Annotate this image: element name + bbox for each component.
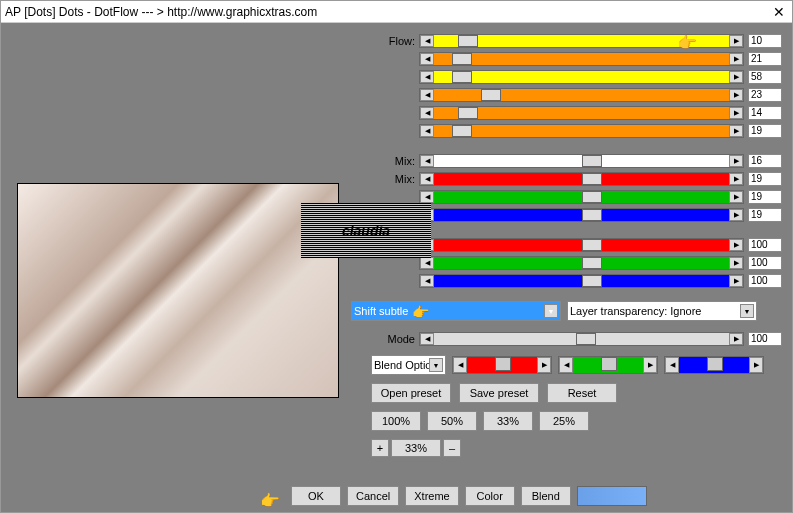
arrow-right-icon[interactable]: ▶: [729, 333, 743, 345]
pct-33-button[interactable]: 33%: [483, 411, 533, 431]
plus-button[interactable]: +: [371, 439, 389, 457]
mode-label: Mode: [371, 333, 419, 345]
arrow-right-icon[interactable]: ▶: [643, 357, 657, 373]
arrow-right-icon[interactable]: ▶: [729, 173, 743, 185]
preview-image: [17, 183, 339, 398]
factor-0-value[interactable]: 100: [748, 238, 782, 252]
arrow-left-icon[interactable]: ◀: [420, 107, 434, 119]
flow-1-slider[interactable]: ◀ ▶: [419, 52, 744, 66]
arrow-right-icon[interactable]: ▶: [749, 357, 763, 373]
factor-2-slider[interactable]: ◀ ▶: [419, 274, 744, 288]
mix-3-slider[interactable]: ◀ ▶: [419, 208, 744, 222]
preset-row: Open preset Save preset Reset: [371, 383, 782, 403]
mix-3-value[interactable]: 19: [748, 208, 782, 222]
flow-0-row: Flow: ◀ ▶ 👉 10: [371, 33, 782, 49]
arrow-right-icon[interactable]: ▶: [729, 35, 743, 47]
arrow-left-icon[interactable]: ◀: [453, 357, 467, 373]
arrow-left-icon[interactable]: ◀: [420, 275, 434, 287]
arrow-right-icon[interactable]: ▶: [729, 209, 743, 221]
mix-2-slider[interactable]: ◀ ▶: [419, 190, 744, 204]
factor-0-row: Factor: ◀ ▶ 100: [371, 237, 782, 253]
arrow-right-icon[interactable]: ▶: [729, 125, 743, 137]
flow-4-value[interactable]: 14: [748, 106, 782, 120]
factor-2-value[interactable]: 100: [748, 274, 782, 288]
flow-0-slider[interactable]: ◀ ▶ 👉: [419, 34, 744, 48]
bottom-button-row: OK Cancel Xtreme Color Blend: [291, 486, 647, 506]
flow-1-row: ◀ ▶ 21: [371, 51, 782, 67]
stepper-row: + 33% –: [371, 439, 782, 457]
close-icon[interactable]: ✕: [770, 4, 788, 20]
arrow-right-icon[interactable]: ▶: [729, 53, 743, 65]
blend-option-select[interactable]: Blend Optio ▼: [371, 355, 446, 375]
transparency-select[interactable]: Layer transparency: Ignore ▼: [567, 301, 757, 321]
arrow-right-icon[interactable]: ▶: [729, 89, 743, 101]
pct-100-button[interactable]: 100%: [371, 411, 421, 431]
arrow-right-icon[interactable]: ▶: [729, 191, 743, 203]
pct-50-button[interactable]: 50%: [427, 411, 477, 431]
arrow-left-icon[interactable]: ◀: [420, 257, 434, 269]
flow-0-value[interactable]: 10: [748, 34, 782, 48]
arrow-right-icon[interactable]: ▶: [729, 71, 743, 83]
color-button[interactable]: Color: [465, 486, 515, 506]
arrow-left-icon[interactable]: ◀: [420, 155, 434, 167]
mix-0-value[interactable]: 16: [748, 154, 782, 168]
blend-red-slider[interactable]: ◀ ▶: [452, 356, 552, 374]
chevron-down-icon[interactable]: ▼: [544, 304, 558, 318]
mode-value[interactable]: 100: [748, 332, 782, 346]
flow-5-slider[interactable]: ◀ ▶: [419, 124, 744, 138]
factor-0-slider[interactable]: ◀ ▶: [419, 238, 744, 252]
arrow-right-icon[interactable]: ▶: [729, 155, 743, 167]
flow-3-value[interactable]: 23: [748, 88, 782, 102]
arrow-right-icon[interactable]: ▶: [729, 275, 743, 287]
window-title: AP [Dots] Dots - DotFlow --- > http://ww…: [5, 5, 770, 19]
flow-3-slider[interactable]: ◀ ▶: [419, 88, 744, 102]
mode-slider[interactable]: ◀ ▶: [419, 332, 744, 346]
chevron-down-icon[interactable]: ▼: [740, 304, 754, 318]
arrow-left-icon[interactable]: ◀: [420, 191, 434, 203]
flow-5-value[interactable]: 19: [748, 124, 782, 138]
factor-1-value[interactable]: 100: [748, 256, 782, 270]
save-preset-button[interactable]: Save preset: [459, 383, 539, 403]
arrow-right-icon[interactable]: ▶: [729, 107, 743, 119]
arrow-left-icon[interactable]: ◀: [420, 173, 434, 185]
mix-0-slider[interactable]: ◀ ▶: [419, 154, 744, 168]
dropdown-row: Shift subtle 👉 ▼ Layer transparency: Ign…: [351, 301, 782, 321]
arrow-right-icon[interactable]: ▶: [729, 257, 743, 269]
color-swatch[interactable]: [577, 486, 647, 506]
factor-1-row: ◀ ▶ 100: [371, 255, 782, 271]
xtreme-button[interactable]: Xtreme: [405, 486, 458, 506]
cancel-button[interactable]: Cancel: [347, 486, 399, 506]
chevron-down-icon[interactable]: ▼: [429, 358, 443, 372]
arrow-left-icon[interactable]: ◀: [420, 71, 434, 83]
arrow-left-icon[interactable]: ◀: [420, 89, 434, 101]
dialog-window: AP [Dots] Dots - DotFlow --- > http://ww…: [0, 0, 793, 513]
arrow-left-icon[interactable]: ◀: [559, 357, 573, 373]
mix-2-value[interactable]: 19: [748, 190, 782, 204]
factor-1-slider[interactable]: ◀ ▶: [419, 256, 744, 270]
arrow-right-icon[interactable]: ▶: [537, 357, 551, 373]
open-preset-button[interactable]: Open preset: [371, 383, 451, 403]
flow-0-label: Flow:: [371, 35, 419, 47]
flow-2-value[interactable]: 58: [748, 70, 782, 84]
mix-1-slider[interactable]: ◀ ▶: [419, 172, 744, 186]
arrow-left-icon[interactable]: ◀: [665, 357, 679, 373]
flow-1-value[interactable]: 21: [748, 52, 782, 66]
watermark: claudia: [301, 203, 431, 258]
pct-25-button[interactable]: 25%: [539, 411, 589, 431]
minus-button[interactable]: –: [443, 439, 461, 457]
arrow-left-icon[interactable]: ◀: [420, 35, 434, 47]
blend-green-slider[interactable]: ◀ ▶: [558, 356, 658, 374]
arrow-left-icon[interactable]: ◀: [420, 125, 434, 137]
arrow-right-icon[interactable]: ▶: [729, 239, 743, 251]
blend-button[interactable]: Blend: [521, 486, 571, 506]
arrow-left-icon[interactable]: ◀: [420, 53, 434, 65]
ok-button[interactable]: OK: [291, 486, 341, 506]
mix-1-value[interactable]: 19: [748, 172, 782, 186]
reset-button[interactable]: Reset: [547, 383, 617, 403]
arrow-left-icon[interactable]: ◀: [420, 333, 434, 345]
shift-mode-select[interactable]: Shift subtle 👉 ▼: [351, 301, 561, 321]
transparency-value: Layer transparency: Ignore: [570, 305, 701, 317]
blend-blue-slider[interactable]: ◀ ▶: [664, 356, 764, 374]
flow-2-slider[interactable]: ◀ ▶: [419, 70, 744, 84]
flow-4-slider[interactable]: ◀ ▶: [419, 106, 744, 120]
